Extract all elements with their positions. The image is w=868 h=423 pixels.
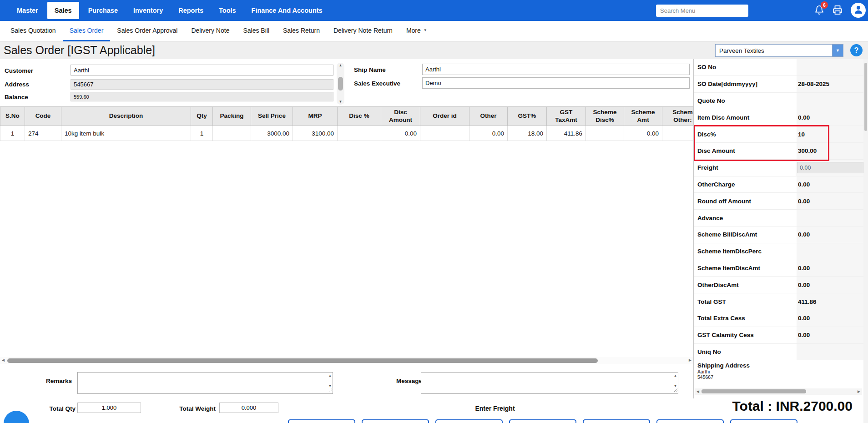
row-freight: Freight 0.00 [694, 160, 863, 176]
company-select-button[interactable]: ▼ [832, 45, 843, 56]
row-value[interactable]: 10 [797, 126, 863, 142]
row-value[interactable] [797, 210, 863, 226]
order-summary-panel: SO No SO Date[ddmmyyyy] 28-08-2025 Quote… [693, 59, 863, 398]
tab-more[interactable]: More ▼ [399, 21, 434, 41]
row-so-no: SO No [694, 59, 863, 76]
scrollbar-thumb[interactable] [338, 77, 343, 91]
bottom-action-button[interactable] [362, 419, 429, 423]
user-avatar[interactable] [851, 3, 866, 18]
tab-sales-order-approval[interactable]: Sales Order Approval [110, 21, 184, 41]
row-value[interactable]: 0.00 [797, 277, 863, 293]
cell-code[interactable]: 274 [25, 126, 61, 141]
cell-scheme-amt[interactable]: 0.00 [624, 126, 662, 141]
cell-mrp[interactable]: 3100.00 [293, 126, 338, 141]
scroll-left-icon[interactable]: ◄ [1, 358, 5, 363]
row-value[interactable]: 0.00 [797, 327, 863, 343]
topnav-item-tools[interactable]: Tools [211, 0, 244, 21]
tab-sales-quotation[interactable]: Sales Quotation [4, 21, 63, 41]
scroll-up-icon[interactable]: ▲ [328, 374, 332, 377]
notifications-button[interactable]: 6 [812, 4, 826, 17]
cell-gst-percent[interactable]: 18.00 [508, 126, 547, 141]
address-input[interactable] [71, 79, 333, 90]
cell-description[interactable]: 10kg item bulk [61, 126, 191, 141]
remarks-textarea[interactable] [77, 372, 333, 394]
cell-other[interactable]: 0.00 [469, 126, 508, 141]
company-select[interactable]: Parveen Textiles ▼ [715, 44, 843, 57]
col-scheme-amt: Scheme Amt [624, 107, 662, 126]
bottom-action-button[interactable] [656, 419, 724, 423]
row-total-extra-cess: Total Extra Cess 0.00 [694, 310, 863, 327]
row-value[interactable] [797, 93, 863, 109]
cell-disc-percent[interactable] [338, 126, 381, 141]
total-weight-input[interactable] [219, 403, 278, 413]
tab-sales-order[interactable]: Sales Order [63, 21, 111, 41]
row-value[interactable]: 0.00 [797, 260, 863, 277]
search-input[interactable] [656, 5, 748, 17]
cell-sno[interactable]: 1 [0, 126, 25, 141]
topnav-item-inventory[interactable]: Inventory [126, 0, 171, 21]
chevron-down-icon: ▼ [836, 48, 840, 53]
tab-delivery-note-return[interactable]: Delivery Note Return [327, 21, 399, 41]
tab-sales-return[interactable]: Sales Return [276, 21, 327, 41]
row-value[interactable] [797, 59, 863, 76]
bottom-action-button[interactable] [583, 419, 650, 423]
bottom-action-button[interactable] [288, 419, 355, 423]
row-value[interactable] [797, 344, 863, 360]
scroll-left-icon[interactable]: ◄ [696, 389, 700, 394]
customer-form-scrollbar[interactable]: ▲ ▼ [337, 63, 344, 105]
cell-order-id[interactable] [420, 126, 469, 141]
row-value[interactable] [797, 243, 863, 260]
row-value[interactable]: 0.00 [797, 176, 863, 193]
row-value[interactable]: 28-08-2025 [797, 76, 863, 92]
total-qty-input[interactable] [77, 403, 141, 413]
panel-horizontal-scrollbar[interactable]: ◄ ► [695, 388, 862, 395]
row-value[interactable]: 0.00 [797, 193, 863, 209]
cell-packing[interactable] [213, 126, 251, 141]
cell-scheme-disc-percent[interactable] [586, 126, 624, 141]
balance-input[interactable] [71, 92, 333, 101]
scroll-right-icon[interactable]: ► [688, 358, 692, 363]
row-value[interactable]: 0.00 [797, 310, 863, 327]
topnav-item-reports[interactable]: Reports [171, 0, 211, 21]
scroll-up-icon[interactable]: ▲ [339, 64, 343, 67]
cell-sell-price[interactable]: 3000.00 [251, 126, 293, 141]
resize-grip-icon[interactable] [674, 387, 678, 393]
window-vertical-scrollbar[interactable] [863, 59, 868, 423]
message-textarea[interactable] [421, 372, 678, 394]
topnav-item-sales[interactable]: Sales [47, 2, 79, 19]
row-value[interactable]: 0.00 [797, 227, 863, 243]
scrollbar-thumb[interactable] [864, 63, 867, 131]
tab-delivery-note[interactable]: Delivery Note [184, 21, 236, 41]
help-icon: ? [854, 46, 859, 55]
tab-sales-bill[interactable]: Sales Bill [236, 21, 276, 41]
row-value[interactable]: 411.86 [797, 293, 863, 310]
customer-input[interactable] [71, 65, 333, 76]
cell-qty[interactable]: 1 [191, 126, 213, 141]
bottom-action-button[interactable] [730, 419, 797, 423]
item-row[interactable]: 1 274 10kg item bulk 1 3000.00 3100.00 0… [0, 126, 703, 141]
scrollbar-thumb[interactable] [701, 389, 806, 393]
row-label: Total GST [694, 293, 797, 310]
topnav-item-purchase[interactable]: Purchase [81, 0, 126, 21]
help-button[interactable]: ? [850, 44, 863, 56]
scroll-down-icon[interactable]: ▼ [339, 100, 343, 104]
freight-input[interactable]: 0.00 [797, 162, 863, 173]
resize-grip-icon[interactable] [328, 387, 333, 393]
scrollbar-thumb[interactable] [7, 358, 598, 363]
scroll-up-icon[interactable]: ▲ [674, 374, 677, 377]
row-value[interactable]: 0.00 [797, 109, 863, 126]
cell-gst-taxamt[interactable]: 411.86 [547, 126, 586, 141]
bottom-action-button[interactable] [509, 419, 576, 423]
topnav-item-master[interactable]: Master [9, 0, 46, 21]
sales-executive-input[interactable] [422, 77, 690, 89]
print-button[interactable] [831, 4, 844, 17]
page-header: Sales Order [IGST Applicable] Parveen Te… [0, 42, 868, 59]
scroll-right-icon[interactable]: ► [857, 389, 861, 394]
table-horizontal-scrollbar[interactable]: ◄ ► [0, 357, 693, 364]
row-value[interactable]: 300.00 [797, 143, 863, 159]
cell-disc-amount[interactable]: 0.00 [381, 126, 420, 141]
ship-name-input[interactable] [422, 64, 690, 75]
shipping-address-block: Shipping Address Aarthi 545667 [694, 360, 863, 380]
bottom-action-button[interactable] [435, 419, 503, 423]
topnav-item-finance-and-accounts[interactable]: Finance And Accounts [244, 0, 330, 21]
